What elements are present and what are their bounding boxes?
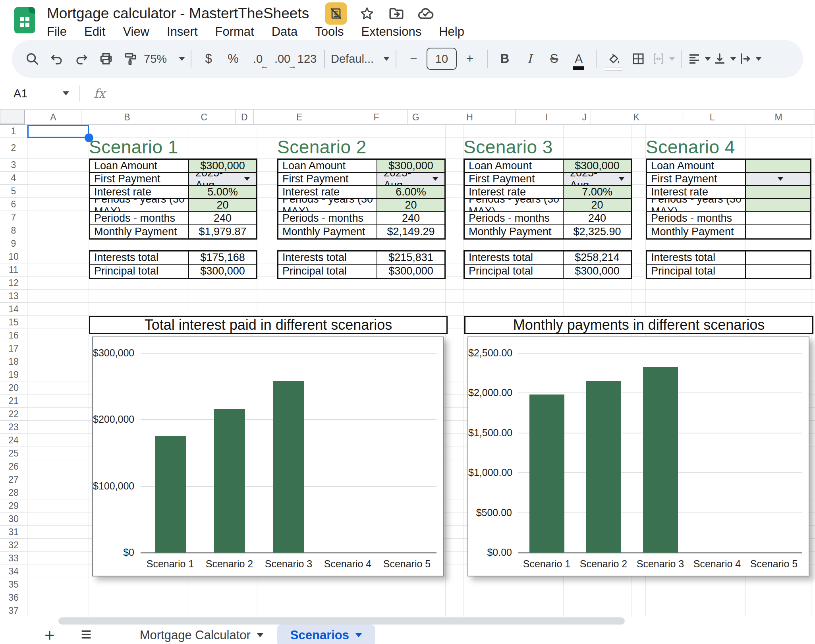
table-value-cell[interactable]: 240 [189, 212, 256, 225]
table-value-cell[interactable]: 7.00% [564, 186, 631, 199]
bold-button[interactable]: B [493, 46, 516, 72]
column-header-H[interactable]: H [424, 110, 516, 125]
sheet-tab-scenarios[interactable]: Scenarios [277, 625, 375, 644]
decrease-font-size-button[interactable]: − [402, 46, 425, 72]
table-value-cell[interactable] [746, 173, 810, 186]
table-value-cell[interactable] [746, 265, 810, 278]
merge-cells-button[interactable] [651, 46, 675, 72]
selected-cell-a1[interactable] [27, 125, 89, 138]
bar-scenario-2[interactable] [214, 409, 245, 553]
column-header-G[interactable]: G [408, 110, 424, 125]
table-value-cell[interactable]: 240 [564, 212, 631, 225]
column-header-M[interactable]: M [742, 110, 815, 125]
star-icon[interactable] [357, 4, 377, 23]
bar-scenario-1[interactable] [155, 436, 186, 553]
menu-tools[interactable]: Tools [315, 25, 344, 39]
table-value-cell[interactable]: 20 [189, 199, 256, 212]
column-header-L[interactable]: L [682, 110, 742, 125]
move-folder-icon[interactable] [387, 4, 406, 23]
borders-button[interactable] [627, 46, 650, 72]
menu-view[interactable]: View [123, 25, 149, 39]
table-value-cell[interactable] [746, 199, 810, 212]
menu-extensions[interactable]: Extensions [361, 25, 422, 39]
all-sheets-menu-icon[interactable] [79, 628, 93, 643]
table-value-cell[interactable]: $300,000 [564, 265, 631, 278]
document-title[interactable]: Mortgage calculator - MastertTheSheets [47, 5, 309, 22]
column-header-F[interactable]: F [345, 110, 408, 125]
table-value-cell[interactable]: $300,000 [189, 160, 256, 173]
table-value-cell[interactable]: $258,214 [564, 251, 631, 265]
cloud-saved-icon[interactable] [416, 4, 435, 23]
table-value-cell[interactable]: 2025-Aug [189, 173, 256, 186]
chart-monthly-payments[interactable]: Monthly payments in different scenarios$… [464, 316, 813, 579]
table-value-cell[interactable]: $2,325.90 [564, 225, 631, 238]
increase-font-size-button[interactable]: + [458, 46, 481, 72]
table-value-cell[interactable]: $2,149.29 [377, 225, 444, 238]
table-value-cell[interactable]: $300,000 [377, 160, 444, 173]
sheet-tab-mortgage-calculator[interactable]: Mortgage Calculator [126, 625, 277, 644]
table-value-cell[interactable]: 20 [377, 199, 444, 212]
table-value-cell[interactable]: 2025-Aug [377, 173, 444, 186]
column-header-J[interactable]: J [578, 110, 591, 125]
table-value-cell[interactable] [746, 212, 810, 225]
vertical-align-button[interactable] [713, 46, 736, 72]
bar-scenario-3[interactable] [643, 367, 678, 553]
font-size-input[interactable]: 10 [427, 48, 457, 70]
table-value-cell[interactable]: 20 [564, 199, 631, 212]
undo-icon[interactable] [45, 46, 68, 72]
menu-data[interactable]: Data [272, 25, 297, 39]
menu-file[interactable]: File [47, 25, 67, 39]
table-value-cell[interactable]: $215,831 [377, 251, 444, 265]
dropdown-chip[interactable]: 2025-Aug [189, 173, 256, 186]
menu-format[interactable]: Format [215, 25, 254, 39]
table-value-cell[interactable]: $1,979.87 [189, 225, 256, 238]
column-header-B[interactable]: B [81, 110, 173, 125]
decrease-decimal-button[interactable]: .0← [246, 46, 269, 72]
zoom-select[interactable]: 75% [144, 46, 185, 72]
table-value-cell[interactable]: $300,000 [377, 265, 444, 278]
dropdown-chip[interactable] [746, 173, 810, 186]
strikethrough-button[interactable]: S [543, 46, 566, 72]
table-value-cell[interactable] [746, 186, 810, 199]
column-header-K[interactable]: K [591, 110, 682, 125]
horizontal-align-button[interactable] [687, 46, 711, 72]
table-value-cell[interactable]: $300,000 [564, 160, 631, 173]
table-value-cell[interactable]: 5.00% [189, 186, 256, 199]
table-value-cell[interactable] [746, 251, 810, 265]
dropdown-chip[interactable]: 2025-Aug [377, 173, 444, 186]
bar-scenario-2[interactable] [586, 381, 621, 553]
increase-decimal-button[interactable]: .00→ [271, 46, 294, 72]
selection-handle[interactable] [85, 133, 93, 142]
menu-edit[interactable]: Edit [84, 25, 105, 39]
horizontal-scrollbar[interactable] [58, 617, 625, 625]
column-header-E[interactable]: E [254, 110, 345, 125]
menu-help[interactable]: Help [439, 25, 464, 39]
redo-icon[interactable] [70, 46, 93, 72]
text-wrap-button[interactable] [738, 46, 762, 72]
table-value-cell[interactable]: $175,168 [189, 251, 256, 265]
italic-button[interactable]: I [518, 46, 541, 72]
chart-total-interest[interactable]: Total interest paid in different scenari… [89, 316, 448, 579]
table-value-cell[interactable]: $300,000 [189, 265, 256, 278]
fill-color-button[interactable] [602, 46, 625, 72]
column-header-I[interactable]: I [516, 110, 578, 125]
sheet-badge-icon[interactable] [325, 2, 347, 25]
bar-scenario-1[interactable] [529, 395, 564, 553]
print-icon[interactable] [95, 46, 118, 72]
dropdown-chip[interactable]: 2025-Aug [564, 173, 631, 186]
more-formats-button[interactable]: 123 [295, 46, 319, 72]
column-header-C[interactable]: C [173, 110, 236, 125]
select-all-corner[interactable] [0, 110, 25, 125]
bar-scenario-3[interactable] [273, 381, 304, 553]
column-header-D[interactable]: D [236, 110, 254, 125]
grid-body[interactable]: 1234567891011121314151617181920212223242… [0, 125, 815, 617]
menu-insert[interactable]: Insert [167, 25, 198, 39]
name-box[interactable]: A1 [0, 87, 79, 100]
text-color-button[interactable]: A [567, 46, 590, 72]
add-sheet-button[interactable]: + [44, 627, 55, 644]
font-select[interactable]: Defaul... [330, 46, 390, 72]
table-value-cell[interactable]: 240 [377, 212, 444, 225]
table-value-cell[interactable] [746, 225, 810, 238]
table-value-cell[interactable]: 6.00% [377, 186, 444, 199]
format-percent-button[interactable]: % [222, 46, 245, 72]
